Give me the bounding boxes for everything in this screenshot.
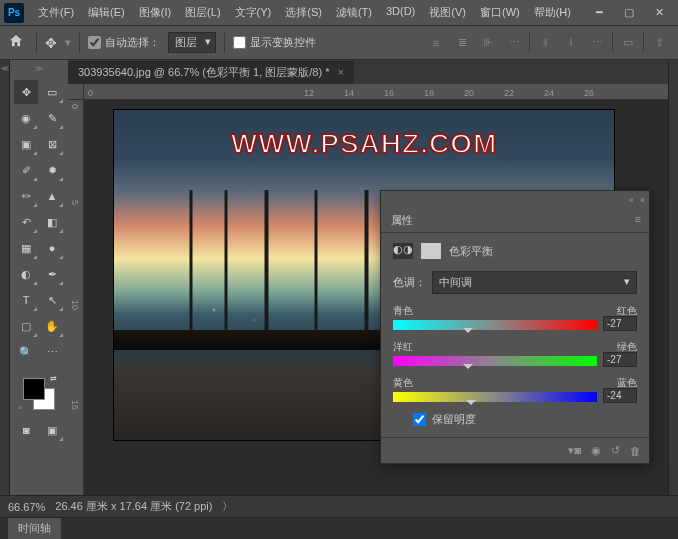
title-bar: Ps 文件(F) 编辑(E) 图像(I) 图层(L) 文字(Y) 选择(S) 滤… xyxy=(0,0,678,26)
hand-tool[interactable]: ✋ xyxy=(40,314,64,338)
horizontal-ruler[interactable]: 01214161820222426 xyxy=(84,84,678,100)
menu-help[interactable]: 帮助(H) xyxy=(528,1,577,24)
yellow-blue-slider[interactable]: 黄色蓝色 -24 xyxy=(393,376,637,402)
menu-layer[interactable]: 图层(L) xyxy=(179,1,226,24)
yellow-label: 黄色 xyxy=(393,376,413,390)
menu-view[interactable]: 视图(V) xyxy=(423,1,472,24)
separator xyxy=(79,33,80,53)
menu-select[interactable]: 选择(S) xyxy=(279,1,328,24)
eraser-tool[interactable]: ◧ xyxy=(40,210,64,234)
document-info[interactable]: 26.46 厘米 x 17.64 厘米 (72 ppi) xyxy=(55,499,212,514)
panel-collapse[interactable]: ≪ xyxy=(0,60,10,495)
path-select-tool[interactable]: ↖ xyxy=(40,288,64,312)
auto-select-checkbox[interactable]: 自动选择： xyxy=(88,35,160,50)
crop-tool[interactable]: ▣ xyxy=(14,132,38,156)
magenta-green-slider[interactable]: 洋红绿色 -27 xyxy=(393,340,637,366)
app-logo: Ps xyxy=(4,3,24,23)
zoom-tool[interactable]: 🔍 xyxy=(14,340,38,364)
dodge-tool[interactable]: ◐ xyxy=(14,262,38,286)
menu-edit[interactable]: 编辑(E) xyxy=(82,1,131,24)
close-panel-icon[interactable]: × xyxy=(640,195,645,205)
home-icon[interactable] xyxy=(8,33,28,53)
color-balance-icon: ◐◑ xyxy=(393,243,413,259)
menu-window[interactable]: 窗口(W) xyxy=(474,1,526,24)
gradient-tool[interactable]: ▦ xyxy=(14,236,38,260)
type-tool[interactable]: T xyxy=(14,288,38,312)
close-button[interactable]: ✕ xyxy=(644,2,674,24)
tone-label: 色调： xyxy=(393,275,426,290)
distribute-icon[interactable]: ⫴ xyxy=(534,32,556,54)
menu-filter[interactable]: 滤镜(T) xyxy=(330,1,378,24)
quickmask-tool[interactable]: ◙ xyxy=(14,418,38,442)
heal-tool[interactable]: ✹ xyxy=(40,158,64,182)
history-brush-tool[interactable]: ↶ xyxy=(14,210,38,234)
delete-icon[interactable]: 🗑 xyxy=(630,445,641,457)
mode-icon[interactable]: ▭ xyxy=(617,32,639,54)
menu-bar: 文件(F) 编辑(E) 图像(I) 图层(L) 文字(Y) 选择(S) 滤镜(T… xyxy=(32,1,584,24)
cyan-red-slider[interactable]: 青色红色 -27 xyxy=(393,304,637,330)
distribute-icon[interactable]: ⫲ xyxy=(560,32,582,54)
cyan-label: 青色 xyxy=(393,304,413,318)
timeline-tab[interactable]: 时间轴 xyxy=(8,518,61,539)
document-tab[interactable]: 303935640.jpg @ 66.7% (色彩平衡 1, 图层蒙版/8) *… xyxy=(68,61,354,84)
move-tool-icon[interactable]: ✥ xyxy=(45,35,57,51)
preserve-luminosity-checkbox[interactable]: 保留明度 xyxy=(413,412,637,427)
properties-tab[interactable]: 属性 xyxy=(381,209,423,232)
marquee-tool[interactable]: ▭ xyxy=(40,80,64,104)
reset-icon[interactable]: ↺ xyxy=(611,444,620,457)
slider-value[interactable]: -27 xyxy=(603,316,637,331)
panel-footer: ▾◙ ◉ ↺ 🗑 xyxy=(381,437,649,463)
align-icon[interactable]: ≣ xyxy=(451,32,473,54)
auto-select-dropdown[interactable]: 图层 xyxy=(168,32,216,53)
swap-colors-icon[interactable]: ⇄ xyxy=(50,374,57,383)
blur-tool[interactable]: ● xyxy=(40,236,64,260)
more-icon[interactable]: ⋯ xyxy=(503,32,525,54)
collapse-icon[interactable]: « xyxy=(629,195,634,205)
zoom-level[interactable]: 66.67% xyxy=(8,501,45,513)
panel-menu-icon[interactable]: ≡ xyxy=(627,209,649,229)
lasso-tool[interactable]: ◉ xyxy=(14,106,38,130)
menu-type[interactable]: 文字(Y) xyxy=(229,1,278,24)
window-controls: ━ ▢ ✕ xyxy=(584,2,674,24)
info-arrow-icon[interactable]: 〉 xyxy=(222,499,233,514)
slider-value[interactable]: -27 xyxy=(603,352,637,367)
share-icon[interactable]: ⇪ xyxy=(648,32,670,54)
color-swatches[interactable]: ⇄ ▫ xyxy=(19,374,59,414)
menu-image[interactable]: 图像(I) xyxy=(133,1,177,24)
slider-value[interactable]: -24 xyxy=(603,388,637,403)
foreground-color[interactable] xyxy=(23,378,45,400)
clip-icon[interactable]: ▾◙ xyxy=(568,444,581,457)
right-dock[interactable] xyxy=(668,60,678,495)
tone-dropdown[interactable]: 中间调 xyxy=(432,271,637,294)
more-icon[interactable]: ⋯ xyxy=(586,32,608,54)
align-icon[interactable]: ≡ xyxy=(425,32,447,54)
menu-file[interactable]: 文件(F) xyxy=(32,1,80,24)
minimize-button[interactable]: ━ xyxy=(584,2,614,24)
eyedropper-tool[interactable]: ✐ xyxy=(14,158,38,182)
ruler-origin[interactable] xyxy=(68,84,84,100)
screenmode-tool[interactable]: ▣ xyxy=(40,418,64,442)
document-title: 303935640.jpg @ 66.7% (色彩平衡 1, 图层蒙版/8) * xyxy=(78,65,329,80)
shape-tool[interactable]: ▢ xyxy=(14,314,38,338)
move-tool[interactable]: ✥ xyxy=(14,80,38,104)
toolbar-grip[interactable]: ≫ xyxy=(10,64,68,78)
quick-select-tool[interactable]: ✎ xyxy=(40,106,64,130)
align-icon[interactable]: ⊪ xyxy=(477,32,499,54)
panel-header[interactable]: «× xyxy=(381,191,649,209)
magenta-label: 洋红 xyxy=(393,340,413,354)
align-icons: ≡ ≣ ⊪ ⋯ ⫴ ⫲ ⋯ ▭ ⇪ xyxy=(425,32,670,54)
edit-toolbar[interactable]: ⋯ xyxy=(40,340,64,364)
frame-tool[interactable]: ⊠ xyxy=(40,132,64,156)
brush-tool[interactable]: ✏ xyxy=(14,184,38,208)
separator xyxy=(529,32,530,52)
default-colors-icon[interactable]: ▫ xyxy=(19,403,22,412)
menu-3d[interactable]: 3D(D) xyxy=(380,1,421,24)
pen-tool[interactable]: ✒ xyxy=(40,262,64,286)
stamp-tool[interactable]: ▲ xyxy=(40,184,64,208)
separator xyxy=(643,32,644,52)
show-transform-checkbox[interactable]: 显示变换控件 xyxy=(233,35,316,50)
view-previous-icon[interactable]: ◉ xyxy=(591,444,601,457)
vertical-ruler[interactable]: 051015 xyxy=(68,100,84,495)
close-tab-icon[interactable]: × xyxy=(337,66,343,78)
maximize-button[interactable]: ▢ xyxy=(614,2,644,24)
